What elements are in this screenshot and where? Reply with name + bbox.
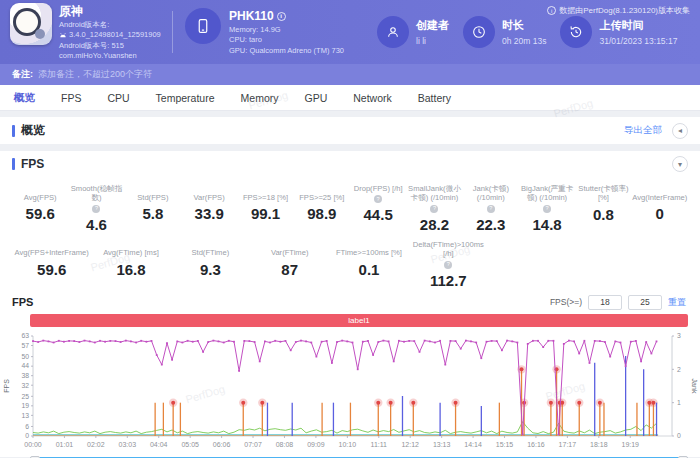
collected-by-text: 数据由PerfDog(8.1.230120)版本收集 — [559, 5, 690, 16]
stat-label: Std(FTime) — [171, 240, 250, 258]
stat-label: FTime>=100ms [%] — [329, 240, 408, 258]
stat-value: 9.3 — [171, 261, 250, 278]
overview-title: 概览 — [21, 122, 45, 139]
creator-block: 创建者 li li — [377, 16, 449, 48]
stat-cell: Avg(FPS)59.6 — [12, 179, 68, 233]
accent-bar — [12, 125, 15, 137]
svg-text:15:15: 15:15 — [496, 441, 514, 448]
tab-FPS[interactable]: FPS — [61, 92, 81, 104]
overview-collapse-button[interactable]: ◂ — [672, 123, 688, 139]
app-version-code-label: Android版本号: — [59, 41, 109, 51]
stat-label: Var(FPS) — [181, 184, 237, 202]
stat-cell: Std(FPS)5.8 — [125, 179, 181, 233]
app-version-name-label: Android版本名: — [59, 20, 161, 30]
export-all-link[interactable]: 导出全部 — [624, 124, 662, 137]
fps-stats-row-2: Avg(FPS+InterFrame)59.6Avg(FTime) [ms]16… — [0, 233, 500, 289]
stat-value: 14.8 — [519, 216, 575, 233]
overview-section-header: 概览 导出全部 ◂ — [0, 117, 700, 144]
stat-label: Avg(FPS) — [12, 184, 68, 202]
fps-collapse-button[interactable]: ▾ — [672, 156, 688, 172]
svg-text:3: 3 — [677, 332, 681, 339]
fps-chart-svg[interactable]: 635750443832251913603210FPSJank00:0001:0… — [0, 328, 700, 456]
phone-icon — [185, 8, 221, 44]
stat-cell: FPS>=18 [%]99.1 — [237, 179, 293, 233]
stat-cell: Var(FPS)33.9 — [181, 179, 237, 233]
tab-CPU[interactable]: CPU — [107, 92, 129, 104]
history-icon — [560, 16, 592, 48]
fps-filter-label: FPS(>=) — [550, 297, 582, 307]
accent-bar — [12, 158, 15, 170]
help-icon[interactable]: ? — [487, 205, 495, 213]
upload-time-block: 上传时间 31/01/2023 13:15:17 — [560, 16, 677, 48]
stat-label: Jank(卡顿) (/10min)? — [463, 184, 519, 213]
svg-text:0: 0 — [677, 432, 681, 439]
svg-text:04:04: 04:04 — [150, 441, 168, 448]
svg-text:0: 0 — [25, 432, 29, 439]
stat-value: 16.8 — [91, 261, 170, 278]
tab-概览[interactable]: 概览 — [14, 91, 35, 105]
report-header: i 数据由PerfDog(8.1.230120)版本收集 原神 Android版… — [0, 0, 700, 64]
svg-text:10:10: 10:10 — [339, 441, 357, 448]
chart-title: FPS — [12, 296, 33, 308]
help-icon[interactable]: ? — [444, 261, 452, 269]
fps-card: FPS ▾ Avg(FPS)59.6Smooth(稳帧指数)?4.6Std(FP… — [0, 151, 700, 457]
android-icon — [59, 32, 67, 40]
stat-value: 112.7 — [409, 272, 488, 289]
stat-cell: Jank(卡顿) (/10min)?22.3 — [463, 179, 519, 233]
svg-text:38: 38 — [21, 372, 29, 379]
fps-chart[interactable]: 635750443832251913603210FPSJank00:0001:0… — [0, 328, 700, 456]
fps-title: FPS — [21, 157, 44, 171]
svg-text:03:03: 03:03 — [119, 441, 137, 448]
svg-text:16:16: 16:16 — [527, 441, 545, 448]
tab-Network[interactable]: Network — [353, 92, 392, 104]
svg-text:50: 50 — [21, 353, 29, 360]
stat-label: BigJank(严重卡顿) (/10min)? — [519, 184, 575, 213]
stat-cell: Drop(FPS) [/h]?44.5 — [350, 179, 406, 233]
remark-placeholder: 添加备注，不超过200个字符 — [38, 68, 152, 81]
device-cpu: CPU: taro — [229, 35, 344, 46]
stat-value: 59.6 — [12, 261, 91, 278]
duration-block: 时长 0h 20m 13s — [463, 16, 546, 48]
svg-text:57: 57 — [21, 342, 29, 349]
tab-Battery[interactable]: Battery — [418, 92, 451, 104]
device-info-icon[interactable]: i — [277, 12, 286, 21]
tab-GPU[interactable]: GPU — [304, 92, 327, 104]
stat-label: Smooth(稳帧指数)? — [68, 184, 124, 213]
svg-text:19:19: 19:19 — [621, 441, 639, 448]
help-icon[interactable]: ? — [543, 205, 551, 213]
stat-cell: SmallJank(微小卡顿) (/10min)?28.2 — [406, 179, 462, 233]
svg-text:1: 1 — [677, 399, 681, 406]
help-icon[interactable]: ? — [430, 205, 438, 213]
svg-text:02:02: 02:02 — [87, 441, 105, 448]
svg-text:09:09: 09:09 — [307, 441, 325, 448]
fps-threshold-low-input[interactable] — [588, 295, 622, 310]
device-block: PHK110 i Memory: 14.9G CPU: taro GPU: Qu… — [185, 8, 363, 56]
chart-label-band[interactable]: label1 — [30, 314, 688, 327]
tab-Memory[interactable]: Memory — [241, 92, 279, 104]
app-name: 原神 — [59, 3, 161, 19]
upload-time-label: 上传时间 — [599, 18, 677, 33]
reset-button[interactable]: 重置 — [668, 296, 686, 309]
help-icon[interactable]: ? — [374, 195, 382, 203]
help-icon[interactable]: ? — [92, 205, 100, 213]
stat-value: 87 — [250, 261, 329, 278]
chart-header: FPS FPS(>=) 重置 — [0, 289, 700, 312]
remark-input[interactable]: 备注: 添加备注，不超过200个字符 — [0, 64, 700, 85]
device-gpu: GPU: Qualcomm Adreno (TM) 730 — [229, 46, 344, 57]
fps-threshold-high-input[interactable] — [628, 295, 662, 310]
svg-text:14:14: 14:14 — [464, 441, 482, 448]
stat-cell: FTime>=100ms [%]0.1 — [329, 235, 408, 289]
svg-text:07:07: 07:07 — [244, 441, 262, 448]
fps-stats-row-1: Avg(FPS)59.6Smooth(稳帧指数)?4.6Std(FPS)5.8V… — [0, 177, 700, 233]
stat-value: 4.6 — [68, 216, 124, 233]
svg-text:2: 2 — [677, 366, 681, 373]
creator-label: 创建者 — [416, 18, 449, 33]
device-memory: Memory: 14.9G — [229, 25, 344, 36]
info-icon: i — [547, 6, 556, 15]
app-version-code: 515 — [111, 41, 124, 51]
stat-label: Stutter(卡顿率) [%] — [575, 184, 631, 203]
tab-Temperature[interactable]: Temperature — [156, 92, 215, 104]
clock-icon — [463, 16, 495, 48]
section-gap — [0, 144, 700, 151]
stat-value: 59.6 — [12, 205, 68, 222]
